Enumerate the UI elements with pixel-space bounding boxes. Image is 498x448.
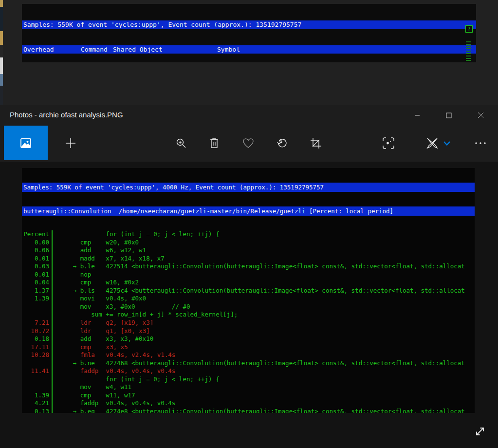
annotate-lines: Percent for (int j = 0; j < len; ++j) {0… [22,230,475,413]
annotate-line: 0.00 cmp w20, #0x0 [22,239,475,247]
annotate-symbol-line: butteraugli::Convolution /home/nseechara… [22,206,475,216]
scrollbar-dash [466,51,471,52]
scrollbar-dash [466,44,471,45]
zoom-button[interactable] [170,132,192,154]
annotate-line: 1.39 movi v0.4s, #0x0 [22,295,475,303]
column-header-shared-object: Shared Object [113,45,163,54]
photos-titlebar[interactable]: Photos - archie ofast analysis.PNG [0,105,498,126]
lens-icon [382,137,395,149]
perf-report-samples-line: Samples: 559K of event 'cycles:uppp', Ev… [22,20,476,29]
close-icon [478,112,484,118]
percent-cell: 0.06 [22,246,52,255]
percent-cell: 11.41 [22,367,52,375]
annotate-line: 0.01 madd x7, x14, x18, x7 [22,255,475,263]
code-text: → b.le 427514 <butteraugli::Convolution(… [53,262,465,271]
percent-cell [22,375,52,384]
magnifier-plus-icon [175,137,187,149]
percent-cell: 1.37 [22,287,52,295]
code-text: fmla v0.4s, v2.4s, v1.4s [53,351,175,359]
annotate-line: 1.37 → b.ls 4275c4 <butteraugli::Convolu… [22,287,475,295]
code-text: ldr q2, [x19, x3] [53,319,153,327]
plus-icon [65,137,76,149]
code-text: cmp x3, x5 [53,343,128,352]
edit-create-dropdown[interactable] [440,132,454,154]
code-text: sum += row_in[d + j] * scaled_kernel[j]; [53,311,238,319]
percent-cell: 1.39 [22,295,52,303]
code-text: ldr q1, [x0, x3] [53,327,150,336]
annotate-samples-line: Samples: 559K of event 'cycles:uppp', 40… [22,183,475,192]
chevron-down-icon [443,141,450,146]
maximize-icon [446,112,452,118]
maximize-button[interactable] [438,105,460,126]
heart-icon [242,138,254,149]
percent-cell [22,311,52,319]
see-more-button[interactable] [470,132,491,154]
code-text: → b.ls 4275c4 <butteraugli::Convolution(… [53,287,465,295]
annotate-line: → b.ne 427468 <butteraugli::Convolution(… [22,359,475,368]
close-button[interactable] [469,105,492,126]
perf-annotate-screenshot: Samples: 559K of event 'cycles:uppp', 40… [22,168,475,413]
crop-button[interactable] [305,132,327,154]
see-all-photos-button[interactable] [4,126,48,160]
code-text: add x3, x3, #0x10 [53,335,153,343]
scrollbar-dash [466,58,471,59]
annotate-line: 0.06 add w6, w12, w1 [22,246,475,255]
annotate-line: 0.04 cmp w16, #0x2 [22,279,475,287]
percent-cell: 0.01 [22,271,52,279]
annotate-line: 0.18 add x3, x3, #0x10 [22,335,475,343]
code-text: movi v0.4s, #0x0 [53,295,146,303]
annotate-line: 10.28 fmla v0.4s, v2.4s, v1.4s [22,351,475,359]
help-marker[interactable]: ? [465,25,473,33]
delete-button[interactable] [203,132,225,154]
code-text: madd x7, x14, x18, x7 [53,255,165,263]
trash-icon [209,137,220,149]
annotate-line: 0.13 → b.eq 4274e8 <butteraugli::Convolu… [22,408,475,413]
visual-search-button[interactable] [378,132,399,154]
photo-content-area: Samples: 559K of event 'cycles:uppp', 40… [0,162,498,448]
percent-cell: 0.01 [22,255,52,263]
percent-cell: 10.28 [22,351,52,359]
minimize-icon [414,112,420,118]
code-text: for (int j = 0; j < len; ++j) { [53,230,220,239]
code-text: add w6, w12, w1 [53,246,146,255]
annotate-line: 1.39 cmp w11, w17 [22,392,475,400]
add-to-button[interactable] [60,132,81,154]
column-header-command: Command [81,45,108,54]
annotate-line: 0.01 nop [22,271,475,279]
column-header-symbol: Symbol [217,45,240,54]
minimize-button[interactable] [406,105,428,126]
annotate-line: mov x3, #0x0 // #0 [22,303,475,311]
scrollbar-dash [466,48,471,49]
percent-cell: 0.18 [22,335,52,343]
favorite-button[interactable] [238,132,259,154]
code-text: for (int j = 0; j < len; ++j) { [53,375,220,384]
code-text: cmp w20, #0x0 [53,239,139,247]
perf-report-column-headers: Overhead Command Shared Object Symbol [22,45,476,54]
rotate-button[interactable] [272,132,293,154]
percent-cell [22,383,52,392]
annotate-line: Percent for (int j = 0; j < len; ++j) { [22,230,475,239]
percent-cell [22,359,52,368]
scrollbar-dash [466,46,471,47]
annotate-line: sum += row_in[d + j] * scaled_kernel[j]; [22,311,475,319]
code-text: mov x3, #0x0 // #0 [53,303,190,311]
desktop: { "colors":{ "terminal_header_blue":"#0a… [0,0,498,448]
rotate-icon [277,137,288,149]
percent-cell: 0.13 [22,408,52,413]
photo-icon [20,137,32,149]
percent-cell: 1.39 [22,392,52,400]
percent-cell: 17.11 [22,343,52,352]
annotate-line: 17.11 cmp x3, x5 [22,343,475,352]
column-header-overhead: Overhead [23,45,54,54]
scrollbar-dash [466,56,471,56]
fullscreen-button[interactable] [471,423,489,440]
percent-cell: 0.03 [22,262,52,271]
percent-cell: 0.00 [22,239,52,247]
code-text: nop [53,271,91,279]
percent-cell: 0.04 [22,279,52,287]
annotate-line: 4.21 faddp v0.4s, v0.4s, v0.4s [22,399,475,408]
annotate-line: for (int j = 0; j < len; ++j) { [22,375,475,384]
expand-icon [474,425,486,438]
percent-cell: 4.21 [22,399,52,408]
photos-toolbar [0,126,498,162]
